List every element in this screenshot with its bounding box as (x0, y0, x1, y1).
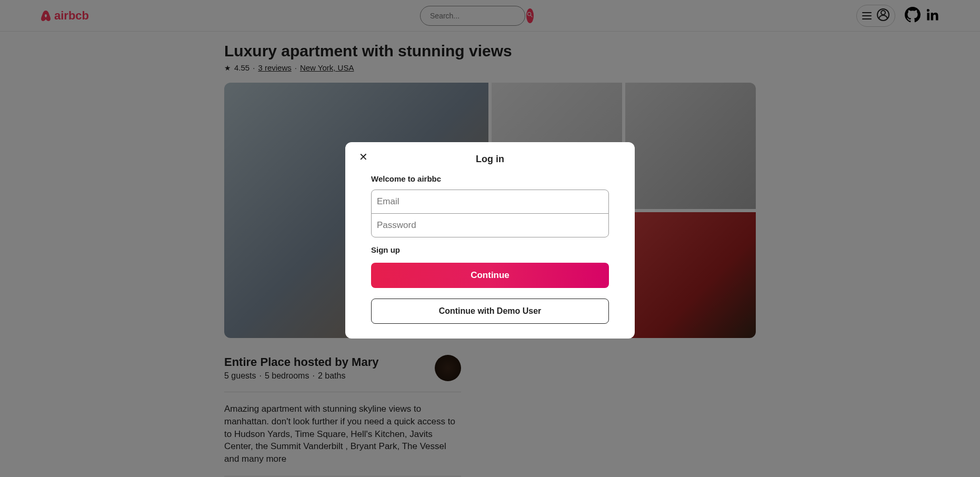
signup-link[interactable]: Sign up (371, 245, 609, 254)
modal-title: Log in (358, 154, 622, 165)
login-form: Sign up Continue Continue with Demo User (358, 190, 622, 324)
close-icon: ✕ (359, 151, 368, 163)
demo-user-button[interactable]: Continue with Demo User (371, 299, 609, 324)
modal-subtitle: Welcome to airbbc (358, 174, 622, 183)
modal-close-button[interactable]: ✕ (359, 152, 368, 162)
login-modal: ✕ Log in Welcome to airbbc Sign up Conti… (345, 142, 635, 339)
password-input[interactable] (371, 213, 609, 237)
continue-button[interactable]: Continue (371, 263, 609, 288)
email-input[interactable] (371, 190, 609, 214)
modal-overlay[interactable]: ✕ Log in Welcome to airbbc Sign up Conti… (0, 0, 980, 477)
